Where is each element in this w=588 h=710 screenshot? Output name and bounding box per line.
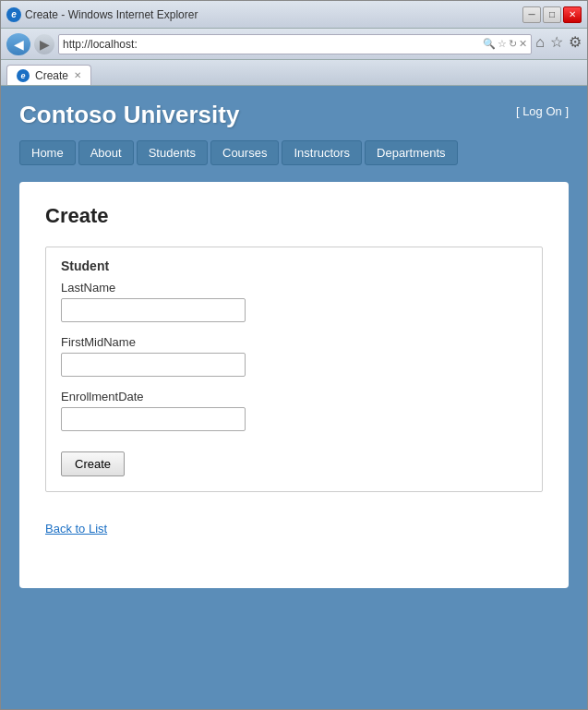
enrollment-date-group: EnrollmentDate [61,390,527,431]
browser-window: e Create - Windows Internet Explorer ─ □… [0,0,588,710]
student-fieldset: Student LastName FirstMidName Enrollment… [45,247,543,492]
last-name-group: LastName [61,281,527,322]
nav-bar: Home About Students Courses Instructors … [1,140,587,174]
title-bar: e Create - Windows Internet Explorer ─ □… [1,1,587,29]
toolbar-right-icons: ⌂ ☆ ⚙ [535,33,582,54]
tab-label: Create [35,69,68,82]
address-icons: 🔍 ☆ ↻ ✕ [483,38,527,50]
browser-icon: e [6,7,21,22]
fieldset-legend: Student [57,259,527,273]
refresh-icon[interactable]: ↻ [509,38,517,50]
nav-instructors[interactable]: Instructors [282,140,362,165]
nav-departments[interactable]: Departments [365,140,457,165]
nav-about[interactable]: About [78,140,134,165]
main-area: Create Student LastName FirstMidName Enr… [1,174,587,709]
address-text[interactable]: http://localhost: [63,38,479,51]
log-on-link[interactable]: [ Log On ] [516,104,569,118]
back-button[interactable]: ◀ [6,33,30,55]
minimize-button[interactable]: ─ [522,6,541,23]
create-button[interactable]: Create [61,451,125,476]
nav-students[interactable]: Students [137,140,208,165]
window-title: Create - Windows Internet Explorer [25,8,198,21]
window-controls: ─ □ ✕ [522,6,582,23]
title-bar-left: e Create - Windows Internet Explorer [6,7,198,22]
first-mid-name-group: FirstMidName [61,335,527,377]
site-title: Contoso University [19,101,239,129]
enrollment-date-input[interactable] [61,407,246,431]
close-button[interactable]: ✕ [563,6,582,23]
nav-courses[interactable]: Courses [210,140,279,165]
first-mid-name-input[interactable] [61,353,246,377]
content-panel: Create Student LastName FirstMidName Enr… [19,182,569,588]
tab-bar: e Create ✕ [1,60,587,86]
home-icon[interactable]: ⌂ [535,34,545,51]
page-content: Contoso University [ Log On ] Home About… [1,86,587,709]
address-bar: ◀ ▶ http://localhost: 🔍 ☆ ↻ ✕ ⌂ ☆ ⚙ [1,29,587,60]
nav-home[interactable]: Home [19,140,76,165]
page-heading: Create [45,204,543,228]
address-input-wrap: http://localhost: 🔍 ☆ ↻ ✕ [58,34,532,54]
site-header: Contoso University [ Log On ] [1,86,587,140]
first-mid-name-label: FirstMidName [61,335,527,349]
search-icon[interactable]: 🔍 [483,38,496,50]
enrollment-date-label: EnrollmentDate [61,390,527,403]
settings-icon[interactable]: ⚙ [569,33,582,51]
tab-close-icon[interactable]: ✕ [74,70,81,80]
stop-icon[interactable]: ✕ [519,38,527,50]
back-to-list-link[interactable]: Back to List [45,522,107,536]
forward-button[interactable]: ▶ [34,34,54,54]
last-name-input[interactable] [61,298,246,322]
bookmark-icon[interactable]: ☆ [498,38,507,50]
tab-favicon: e [17,69,30,82]
last-name-label: LastName [61,281,527,295]
favorites-icon[interactable]: ☆ [550,33,563,51]
active-tab[interactable]: e Create ✕ [6,65,91,85]
maximize-button[interactable]: □ [543,6,561,23]
